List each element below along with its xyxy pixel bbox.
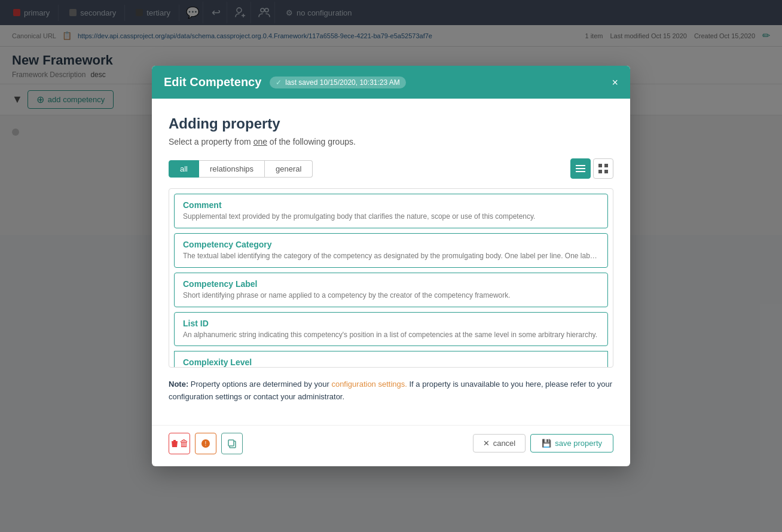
property-item-comment[interactable]: Comment Supplemental text provided by th… xyxy=(174,194,608,228)
list-view-button[interactable] xyxy=(570,158,591,179)
svg-rect-9 xyxy=(604,164,608,167)
cancel-button[interactable]: ✕ cancel xyxy=(473,434,526,452)
svg-rect-11 xyxy=(604,170,608,173)
modal-dialog: Edit Competency ✓ last saved 10/15/2020,… xyxy=(152,66,630,466)
modal-header: Edit Competency ✓ last saved 10/15/2020,… xyxy=(152,66,630,99)
grid-view-icon xyxy=(598,164,608,173)
grid-view-button[interactable] xyxy=(593,158,613,179)
filter-tab-general[interactable]: general xyxy=(265,160,313,178)
warning-icon: ! xyxy=(201,439,210,448)
filter-tab-all[interactable]: all xyxy=(169,160,199,178)
svg-rect-8 xyxy=(598,164,602,167)
cancel-x-icon: ✕ xyxy=(483,439,490,448)
property-desc-competency-label: Short identifying phrase or name applied… xyxy=(183,291,599,301)
property-name-competency-label: Competency Label xyxy=(183,279,599,289)
property-item-list-id[interactable]: List ID An alphanumeric string indicatin… xyxy=(174,312,608,347)
svg-rect-7 xyxy=(576,171,585,172)
property-item-complexity-level[interactable]: Complexity Level xyxy=(174,351,608,368)
modal-body: Adding property Select a property from o… xyxy=(152,99,630,425)
list-view-icon xyxy=(576,164,585,173)
copy-button[interactable] xyxy=(221,433,243,454)
property-desc-competency-category: The textual label identifying the catego… xyxy=(183,251,599,261)
property-item-competency-label[interactable]: Competency Label Short identifying phras… xyxy=(174,273,608,307)
cancel-label: cancel xyxy=(493,439,516,448)
modal-footer: 🗑 ! ✕ cancel xyxy=(152,425,630,466)
property-desc-comment: Supplemental text provided by the promul… xyxy=(183,212,599,222)
delete-button[interactable]: 🗑 xyxy=(169,433,190,454)
save-icon: 💾 xyxy=(542,439,551,448)
view-toggle xyxy=(570,158,613,179)
property-name-competency-category: Competency Category xyxy=(183,240,599,249)
property-desc-list-id: An alphanumeric string indicating this c… xyxy=(183,330,599,340)
modal-section-title: Adding property xyxy=(169,115,613,132)
save-property-button[interactable]: 💾 save property xyxy=(530,434,613,452)
filter-tabs: all relationships general xyxy=(169,158,613,179)
property-name-comment: Comment xyxy=(183,200,599,210)
save-label: save property xyxy=(555,439,602,448)
property-name-list-id: List ID xyxy=(183,319,599,328)
copy-action-icon xyxy=(227,439,237,448)
filter-tab-relationships[interactable]: relationships xyxy=(199,160,265,178)
delete-icon xyxy=(170,439,179,448)
check-icon: ✓ xyxy=(276,78,282,87)
svg-rect-15 xyxy=(228,440,234,446)
modal-overlay: Edit Competency ✓ last saved 10/15/2020,… xyxy=(0,0,782,532)
svg-rect-6 xyxy=(576,168,585,169)
modal-section-subtitle: Select a property from one of the follow… xyxy=(169,137,613,146)
properties-list: Comment Supplemental text provided by th… xyxy=(169,188,613,368)
note-section: Note: Property options are determined by… xyxy=(169,368,613,413)
app-shell: primary secondary tertiary 💬 ↩ xyxy=(0,0,782,532)
modal-close-button[interactable]: × xyxy=(612,77,618,88)
svg-rect-5 xyxy=(576,165,585,166)
svg-rect-10 xyxy=(598,170,602,173)
property-item-competency-category[interactable]: Competency Category The textual label id… xyxy=(174,233,608,268)
warning-button[interactable]: ! xyxy=(195,433,216,454)
svg-text:!: ! xyxy=(205,441,207,447)
config-settings-link[interactable]: configuration settings. xyxy=(331,380,407,389)
saved-badge-text: last saved 10/15/2020, 10:31:23 AM xyxy=(285,78,399,87)
property-name-complexity-level: Complexity Level xyxy=(183,357,599,367)
modal-title: Edit Competency xyxy=(164,75,261,89)
modal-saved-badge: ✓ last saved 10/15/2020, 10:31:23 AM xyxy=(270,77,405,88)
